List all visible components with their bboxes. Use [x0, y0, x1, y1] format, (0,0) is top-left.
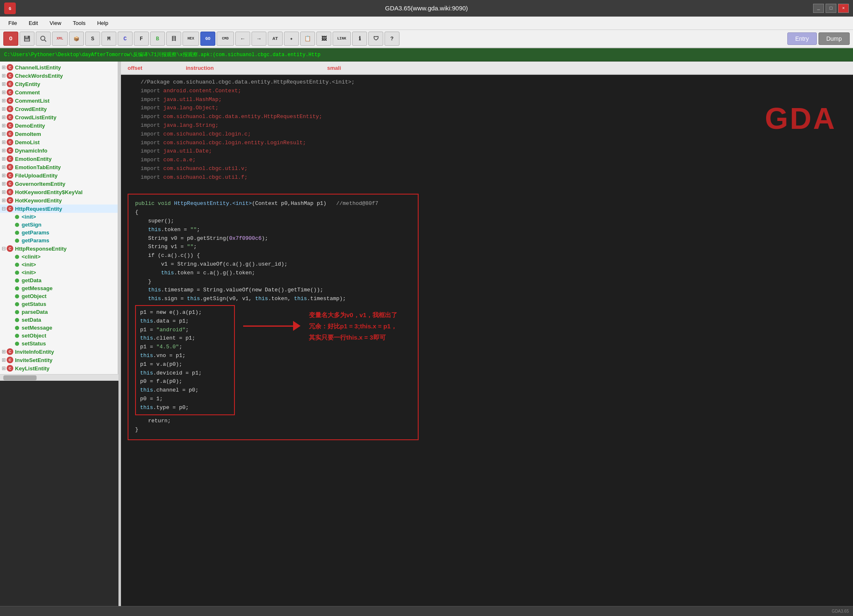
sidebar-item-setdata[interactable]: setData: [0, 316, 118, 324]
svg-text:G: G: [9, 7, 11, 11]
rbl-7: this.deviceid = p1;: [140, 369, 230, 378]
sidebar-item-demolist[interactable]: ⊞ C DemoList: [0, 138, 118, 146]
sidebar-item-crowdlistentity[interactable]: ⊞ C CrowdListEntity: [0, 113, 118, 121]
toolbar-at-btn[interactable]: AT: [268, 32, 283, 46]
sidebar-item-crowdentity[interactable]: ⊞ C CrowdEntity: [0, 105, 118, 113]
rbl-1: this.data = p1;: [140, 317, 230, 326]
sidebar-item-getstatus[interactable]: getStatus: [0, 300, 118, 308]
sidebar-item-commentlist[interactable]: ⊞ C CommentList: [0, 96, 118, 105]
sidebar-item-getparams2[interactable]: getParams: [0, 237, 118, 244]
sidebar-item-keylistentity[interactable]: ⊞ C KeyListEntity: [0, 364, 118, 372]
sidebar-item-demoitem[interactable]: ⊞ C DemoItem: [0, 130, 118, 138]
sidebar-item-demoentity[interactable]: ⊞ C DemoEntity: [0, 121, 118, 130]
sidebar-item-init1[interactable]: <init>: [0, 213, 118, 221]
sidebar-item-governoritementity[interactable]: ⊞ C GovernorItemEntity: [0, 180, 118, 188]
app-icon: G: [4, 2, 16, 14]
sidebar-item-getobject[interactable]: getObject: [0, 292, 118, 300]
toolbar-search-btn[interactable]: [36, 32, 51, 46]
code-import-2: import java.lang.Object;: [128, 104, 846, 113]
toolbar-sym-btn[interactable]: ✦: [284, 32, 299, 46]
sidebar-item-channellistentity[interactable]: ⊞ C ChannelListEntity: [0, 63, 118, 71]
toolbar-m-btn[interactable]: M: [101, 32, 116, 46]
toolbar-f-btn[interactable]: F: [134, 32, 149, 46]
toolbar-xml-btn[interactable]: XML: [52, 32, 68, 46]
arrow-line: [243, 325, 293, 327]
code-import-4: import java.lang.String;: [128, 121, 846, 130]
sidebar-item-init3[interactable]: <init>: [0, 269, 118, 276]
rbl-5: this.vno = p1;: [140, 352, 230, 360]
annotation-group: 变量名大多为v0，v1，我框出了 冗余：好比p1 = 3;this.x = p1…: [243, 309, 397, 343]
sidebar-item-emotiontabentity[interactable]: ⊞ C EmotionTabEntity: [0, 163, 118, 171]
sidebar-item-emotionentity[interactable]: ⊞ C EmotionEntity: [0, 155, 118, 163]
menu-tools[interactable]: Tools: [68, 18, 90, 28]
red-box-section: p1 = new e().a(p1); this.data = p1; p1 =…: [135, 305, 411, 416]
code-this-timestamp: this.timestamp = String.valueOf(new Date…: [135, 286, 411, 295]
sidebar-item-getsign[interactable]: getSign: [0, 221, 118, 229]
sidebar-item-comment[interactable]: ⊞ C Comment: [0, 88, 118, 96]
maximize-button[interactable]: □: [826, 4, 836, 13]
sidebar-item-invitesetentity[interactable]: ⊞ C InviteSetEntity: [0, 356, 118, 364]
code-this-sign: this.sign = this.getSign(v0, v1, this.to…: [135, 295, 411, 303]
annotation-line3: 其实只要一行this.x = 3即可: [309, 332, 397, 343]
toolbar-b-btn[interactable]: B: [150, 32, 165, 46]
sidebar-item-hotkeywordentity-keyval[interactable]: ⊞ C HotKeywordEntity$KeyVal: [0, 188, 118, 196]
code-import-6: import com.sichuanol.cbgc.login.entity.L…: [128, 139, 846, 148]
toolbar-help-btn[interactable]: ?: [385, 32, 399, 46]
sidebar-item-httpresponseentity[interactable]: ⊟ C HttpResponseEntity: [0, 244, 118, 253]
sidebar-item-setmessage[interactable]: setMessage: [0, 324, 118, 332]
toolbar-hex-btn[interactable]: HEX: [182, 32, 199, 46]
code-v1-assign: v1 = String.valueOf(c.a().g().user_id);: [135, 260, 411, 269]
menu-bar: File Edit View Tools Help: [0, 17, 853, 30]
menu-help[interactable]: Help: [92, 18, 113, 28]
rbl-2: p1 = "android";: [140, 326, 230, 335]
sidebar-hscroll-thumb[interactable]: [3, 375, 37, 380]
close-button[interactable]: ×: [838, 4, 849, 13]
sidebar-item-dynamicinfo[interactable]: ⊞ C DynamicInfo: [0, 146, 118, 155]
sidebar-item-setobject[interactable]: setObject: [0, 332, 118, 340]
sidebar-item-checkwordsentity[interactable]: ⊞ C CheckWordsEntity: [0, 71, 118, 80]
sidebar-item-hotkeywordentity[interactable]: ⊞ C HotKeywordEntity: [0, 196, 118, 205]
toolbar-cmd-btn[interactable]: CMD: [217, 32, 234, 46]
toolbar-info-btn[interactable]: ℹ: [352, 32, 367, 46]
dump-button[interactable]: Dump: [818, 32, 850, 45]
toolbar-img-btn[interactable]: 🖼: [316, 32, 331, 46]
toolbar-ref-btn[interactable]: 📋: [300, 32, 315, 46]
sidebar-item-getmessage[interactable]: getMessage: [0, 284, 118, 292]
menu-edit[interactable]: Edit: [24, 18, 43, 28]
toolbar-bookmark-btn[interactable]: 目: [166, 32, 181, 46]
minimize-button[interactable]: _: [813, 4, 824, 13]
entry-button[interactable]: Entry: [787, 32, 817, 45]
toolbar-c-btn[interactable]: C: [118, 32, 133, 46]
toolbar-back-btn[interactable]: ←: [235, 32, 250, 46]
code-content[interactable]: GDA //Package com.sichuanol.cbgc.data.en…: [121, 75, 853, 606]
toolbar-link-btn[interactable]: LINK: [333, 32, 351, 46]
toolbar-shield-btn[interactable]: 🛡: [368, 32, 383, 46]
window-controls[interactable]: _ □ ×: [813, 4, 849, 13]
code-this-token: this.token = "";: [135, 226, 411, 234]
sidebar-item-cityentity[interactable]: ⊞ C CityEntity: [0, 80, 118, 88]
code-import-3: import com.sichuanol.cbgc.data.entity.Ht…: [128, 113, 846, 121]
toolbar-go-btn[interactable]: GO: [200, 32, 215, 46]
toolbar-fwd-btn[interactable]: →: [251, 32, 266, 46]
sidebar-item-inviteinfoentity[interactable]: ⊞ C InviteInfoEntity: [0, 347, 118, 356]
toolbar-apk-btn[interactable]: 📦: [69, 32, 84, 46]
toolbar-save-btn[interactable]: [20, 32, 35, 46]
sidebar-item-clinit[interactable]: <clinit>: [0, 253, 118, 261]
sidebar-item-init2[interactable]: <init>: [0, 261, 118, 269]
sidebar-item-getparams1[interactable]: getParams: [0, 229, 118, 237]
toolbar-open-btn[interactable]: O: [3, 32, 18, 46]
sidebar-hscroll[interactable]: [0, 374, 118, 381]
sidebar-item-getdata[interactable]: getData: [0, 276, 118, 284]
sidebar-item-fileuploadentity[interactable]: ⊞ C FileUploadEntity: [0, 171, 118, 180]
sidebar-item-setstatus[interactable]: setStatus: [0, 340, 118, 347]
rbl-6: p1 = v.a(p0);: [140, 360, 230, 369]
menu-view[interactable]: View: [44, 18, 66, 28]
code-this-token2: this.token = c.a().g().token;: [135, 269, 411, 278]
menu-file[interactable]: File: [3, 18, 22, 28]
sidebar-item-httprequestentity[interactable]: ⊟ C HttpRequestEntity: [0, 205, 118, 213]
rbl-0: p1 = new e().a(p1);: [140, 308, 230, 317]
annotation-line2: 冗余：好比p1 = 3;this.x = p1，: [309, 320, 397, 332]
code-import-1: import java.util.HashMap;: [128, 96, 846, 104]
sidebar-item-parsedata[interactable]: parseData: [0, 308, 118, 316]
toolbar-s-btn[interactable]: S: [85, 32, 100, 46]
